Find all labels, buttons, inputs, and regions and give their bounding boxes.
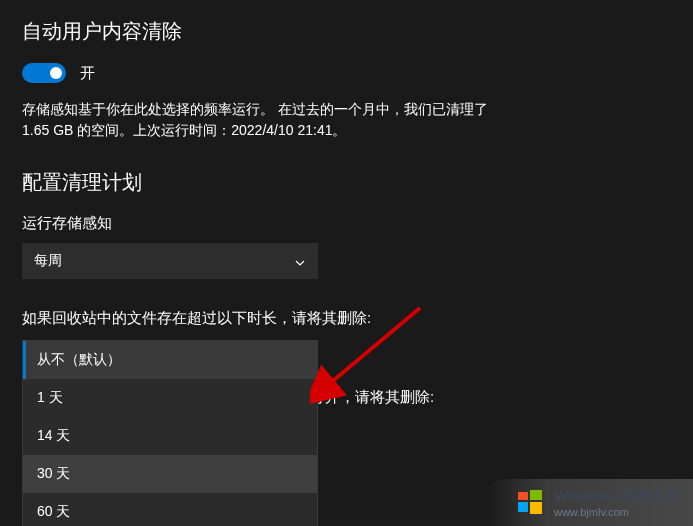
- svg-rect-3: [518, 502, 528, 512]
- storage-sense-description: 存储感知基于你在此处选择的频率运行。 在过去的一个月中，我们已清理了 1.65 …: [22, 99, 512, 141]
- run-frequency-value: 每周: [34, 252, 62, 270]
- run-frequency-dropdown[interactable]: 每周: [22, 243, 318, 279]
- watermark: Windows 系统之家 www.bjmlv.com: [486, 479, 693, 526]
- option-1-day[interactable]: 1 天: [23, 379, 317, 417]
- watermark-title: Windows 系统之家: [554, 487, 679, 506]
- recycle-bin-label: 如果回收站中的文件存在超过以下时长，请将其删除:: [22, 309, 671, 328]
- auto-cleanup-title: 自动用户内容清除: [22, 18, 671, 45]
- toggle-row: 开: [22, 63, 671, 83]
- chevron-down-icon: [294, 255, 306, 267]
- config-cleanup-title: 配置清理计划: [22, 169, 671, 196]
- downloads-partial-label: 打开，请将其删除:: [310, 388, 434, 407]
- recycle-duration-dropdown-list: 从不（默认） 1 天 14 天 30 天 60 天: [22, 340, 318, 526]
- toggle-state-label: 开: [80, 64, 95, 83]
- svg-rect-4: [530, 502, 542, 514]
- option-60-days[interactable]: 60 天: [23, 493, 317, 526]
- svg-rect-2: [530, 490, 542, 500]
- option-never[interactable]: 从不（默认）: [23, 341, 317, 379]
- run-storage-sense-label: 运行存储感知: [22, 214, 671, 233]
- storage-sense-toggle[interactable]: [22, 63, 66, 83]
- windows-logo-icon: [516, 488, 546, 518]
- svg-rect-1: [518, 492, 528, 500]
- toggle-knob: [50, 67, 62, 79]
- watermark-url: www.bjmlv.com: [554, 506, 679, 518]
- option-30-days[interactable]: 30 天: [23, 455, 317, 493]
- option-14-days[interactable]: 14 天: [23, 417, 317, 455]
